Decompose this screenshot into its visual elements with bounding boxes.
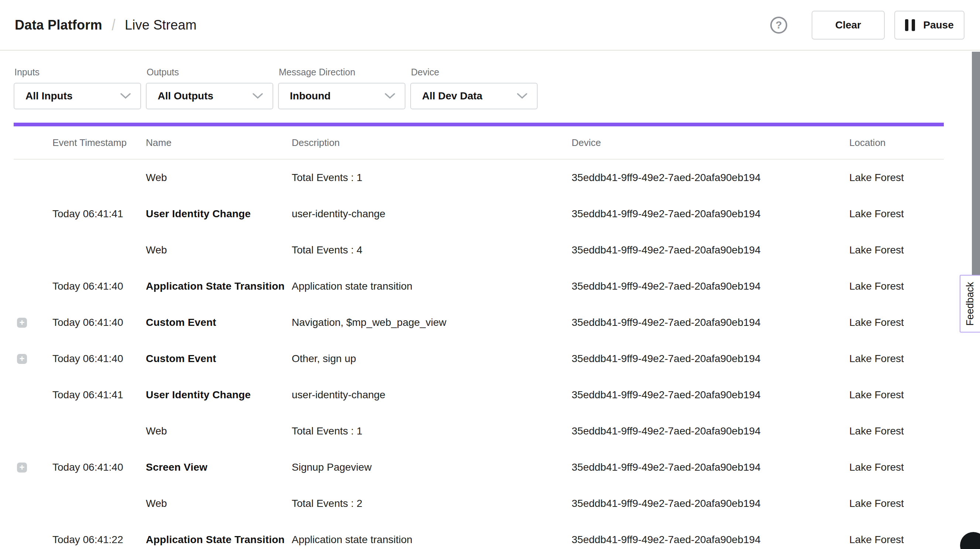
scrollbar-thumb[interactable] — [972, 52, 980, 275]
event-timestamp: Today 06:41:40 — [52, 317, 146, 329]
filter-outputs-label: Outputs — [146, 67, 273, 78]
pause-button[interactable]: Pause — [894, 11, 964, 40]
message-direction-select-value: Inbound — [290, 90, 331, 102]
chevron-down-icon — [120, 93, 131, 99]
filter-device: Device All Dev Data — [410, 67, 538, 109]
event-location: Lake Forest — [849, 172, 944, 184]
expand-icon[interactable]: + — [17, 318, 27, 328]
event-device: 35eddb41-9ff9-49e2-7aed-20afa90eb194 — [572, 498, 849, 509]
expand-icon[interactable]: + — [17, 354, 27, 364]
table-header-row: Event Timestamp Name Description Device … — [14, 126, 944, 160]
filter-outputs: Outputs All Outputs — [146, 67, 273, 109]
device-select-value: All Dev Data — [422, 90, 482, 102]
event-location: Lake Forest — [849, 425, 944, 437]
feedback-tab-label: Feedback — [964, 282, 976, 326]
breadcrumb-section[interactable]: Data Platform — [15, 18, 102, 33]
table-row[interactable]: + Today 06:41:40 Custom Event Navigation… — [14, 305, 944, 341]
event-name: User Identity Change — [146, 389, 292, 401]
table-row[interactable]: + Today 06:41:22 Application State Trans… — [14, 522, 944, 549]
event-location: Lake Forest — [849, 281, 944, 292]
filter-message-direction-label: Message Direction — [279, 67, 406, 78]
event-device: 35eddb41-9ff9-49e2-7aed-20afa90eb194 — [572, 425, 849, 437]
table-row[interactable]: + Today 06:41:41 User Identity Change us… — [14, 377, 944, 413]
table-row[interactable]: + Today 06:41:40 Application State Trans… — [14, 268, 944, 305]
chevron-down-icon — [517, 93, 527, 99]
event-name: Custom Event — [146, 317, 292, 329]
event-description: user-identity-change — [292, 389, 572, 401]
event-device: 35eddb41-9ff9-49e2-7aed-20afa90eb194 — [572, 244, 849, 256]
live-stream-page: Data Platform / Live Stream ? Clear Paus… — [0, 0, 980, 549]
outputs-select[interactable]: All Outputs — [146, 83, 273, 109]
clear-button[interactable]: Clear — [811, 11, 885, 40]
accent-bar — [14, 123, 944, 126]
filter-device-label: Device — [411, 67, 538, 78]
event-timestamp: Today 06:41:40 — [52, 461, 146, 473]
event-name: Web — [146, 244, 292, 256]
table-row[interactable]: + Today 06:41:40 Screen View Signup Page… — [14, 449, 944, 485]
table-body: + Web Total Events : 1 35eddb41-9ff9-49e… — [14, 160, 944, 549]
event-location: Lake Forest — [849, 244, 944, 256]
event-location: Lake Forest — [849, 498, 944, 509]
device-select[interactable]: All Dev Data — [410, 83, 538, 109]
filter-message-direction: Message Direction Inbound — [278, 67, 406, 109]
event-description: Other, sign up — [292, 353, 572, 365]
column-header-name: Name — [146, 137, 292, 148]
pause-icon — [905, 19, 915, 31]
event-description: Total Events : 2 — [292, 498, 572, 509]
event-description: Application state transition — [292, 534, 572, 546]
event-timestamp: Today 06:41:40 — [52, 353, 146, 365]
event-name: Web — [146, 498, 292, 509]
event-location: Lake Forest — [849, 534, 944, 546]
column-header-device: Device — [572, 137, 849, 148]
chevron-down-icon — [385, 93, 395, 99]
event-description: Total Events : 4 — [292, 244, 572, 256]
feedback-tab[interactable]: Feedback — [960, 275, 980, 332]
event-device: 35eddb41-9ff9-49e2-7aed-20afa90eb194 — [572, 353, 849, 365]
chevron-down-icon — [253, 93, 263, 99]
message-direction-select[interactable]: Inbound — [278, 83, 406, 109]
filter-inputs: Inputs All Inputs — [14, 67, 141, 109]
event-name: User Identity Change — [146, 208, 292, 220]
event-location: Lake Forest — [849, 461, 944, 473]
breadcrumb-separator-icon: / — [112, 16, 115, 34]
outputs-select-value: All Outputs — [158, 90, 213, 102]
event-name: Application State Transition — [146, 281, 292, 292]
event-name: Custom Event — [146, 353, 292, 365]
event-timestamp: Today 06:41:22 — [52, 534, 146, 546]
event-name: Web — [146, 425, 292, 437]
column-header-event-timestamp: Event Timestamp — [52, 137, 146, 148]
event-device: 35eddb41-9ff9-49e2-7aed-20afa90eb194 — [572, 534, 849, 546]
event-location: Lake Forest — [849, 208, 944, 220]
header-actions: ? Clear Pause — [770, 11, 964, 40]
breadcrumb: Data Platform / Live Stream — [15, 18, 196, 33]
expand-icon[interactable]: + — [17, 463, 27, 472]
chat-widget-button[interactable] — [960, 532, 980, 549]
table-row[interactable]: + Today 06:41:40 Custom Event Other, sig… — [14, 341, 944, 377]
inputs-select-value: All Inputs — [25, 90, 73, 102]
event-description: user-identity-change — [292, 208, 572, 220]
breadcrumb-page-title: Live Stream — [125, 18, 196, 33]
help-icon[interactable]: ? — [770, 17, 787, 34]
event-description: Total Events : 1 — [292, 172, 572, 184]
event-name: Screen View — [146, 461, 292, 473]
event-location: Lake Forest — [849, 353, 944, 365]
inputs-select[interactable]: All Inputs — [14, 83, 141, 109]
event-timestamp: Today 06:41:40 — [52, 281, 146, 292]
event-device: 35eddb41-9ff9-49e2-7aed-20afa90eb194 — [572, 317, 849, 329]
table-row[interactable]: + Web Total Events : 1 35eddb41-9ff9-49e… — [14, 413, 944, 449]
table-row[interactable]: + Web Total Events : 1 35eddb41-9ff9-49e… — [14, 160, 944, 196]
event-name: Application State Transition — [146, 534, 292, 546]
event-description: Signup Pageview — [292, 461, 572, 473]
event-location: Lake Forest — [849, 389, 944, 401]
table-row[interactable]: + Today 06:41:41 User Identity Change us… — [14, 196, 944, 232]
event-description: Navigation, $mp_web_page_view — [292, 317, 572, 329]
table-row[interactable]: + Web Total Events : 4 35eddb41-9ff9-49e… — [14, 232, 944, 268]
event-device: 35eddb41-9ff9-49e2-7aed-20afa90eb194 — [572, 208, 849, 220]
event-description: Application state transition — [292, 281, 572, 292]
event-device: 35eddb41-9ff9-49e2-7aed-20afa90eb194 — [572, 172, 849, 184]
filters-bar: Inputs All Inputs Outputs All Outputs Me… — [0, 51, 980, 109]
table-row[interactable]: + Web Total Events : 2 35eddb41-9ff9-49e… — [14, 485, 944, 522]
filter-inputs-label: Inputs — [14, 67, 141, 78]
event-timestamp: Today 06:41:41 — [52, 208, 146, 220]
column-header-description: Description — [292, 137, 572, 148]
